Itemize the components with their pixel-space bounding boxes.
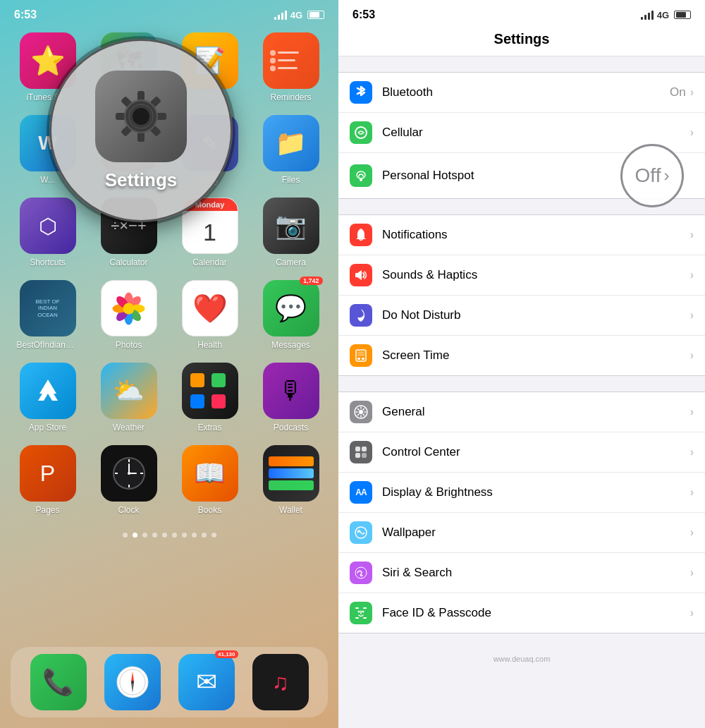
general-label: General <box>382 405 690 419</box>
calendar-label: Calendar <box>192 257 227 267</box>
hotspot-icon <box>350 164 372 187</box>
status-bar-left: 6:53 4G <box>0 0 338 25</box>
app-reminders[interactable]: Reminders <box>254 32 328 102</box>
row-hotspot[interactable]: Personal Hotspot Off › <box>338 153 705 198</box>
dot-5 <box>172 533 177 538</box>
app-podcasts[interactable]: 🎙 Podcasts <box>254 363 328 432</box>
sounds-chevron: › <box>690 269 694 281</box>
weather-icon: ⛅ <box>101 363 157 419</box>
svg-rect-51 <box>355 607 359 609</box>
svg-point-25 <box>133 108 149 125</box>
wallet-label: Wallet <box>279 505 302 515</box>
dock-mail[interactable]: ✉ 41,130 <box>178 654 235 710</box>
page-dots <box>0 522 338 545</box>
shortcuts-icon: ⬡ <box>20 198 76 254</box>
app-wallet[interactable]: Wallet <box>254 445 328 515</box>
page-title: Settings <box>494 31 550 47</box>
svg-point-55 <box>358 611 360 613</box>
svg-point-36 <box>355 127 367 138</box>
svg-rect-26 <box>137 91 145 101</box>
wallpaper-chevron: › <box>690 526 694 539</box>
sounds-icon <box>350 264 372 286</box>
app-camera[interactable]: 📷 Camera <box>254 198 328 267</box>
extras-label: Extras <box>197 423 221 432</box>
app-pages[interactable]: P Pages <box>11 445 85 515</box>
row-wallpaper[interactable]: Wallpaper › <box>338 513 705 553</box>
settings-screen: 6:53 4G Settings <box>338 0 705 728</box>
section-general: General › Control Center › AA <box>338 392 705 633</box>
row-notifications[interactable]: Notifications › <box>338 215 705 255</box>
siri-label: Siri & Search <box>382 566 690 580</box>
dock-music[interactable]: ♫ <box>252 654 309 710</box>
app-messages[interactable]: 💬 1,742 Messages <box>254 280 328 350</box>
svg-point-49 <box>357 530 360 533</box>
messages-label: Messages <box>271 340 310 350</box>
battery-icon-right <box>674 11 691 19</box>
health-label: Health <box>197 340 222 350</box>
cellular-label: Cellular <box>382 126 690 140</box>
dock-phone[interactable]: 📞 <box>30 654 87 710</box>
notifications-chevron: › <box>690 229 694 241</box>
row-faceid[interactable]: Face ID & Passcode › <box>338 593 705 633</box>
app-appstore[interactable]: App Store <box>11 363 85 432</box>
display-icon: AA <box>350 481 372 504</box>
controlcenter-label: Control Center <box>382 445 690 459</box>
bluetooth-icon <box>350 81 372 104</box>
app-clock[interactable]: Clock <box>92 445 166 515</box>
dock-safari[interactable] <box>104 654 161 710</box>
clock-label: Clock <box>118 505 139 515</box>
svg-point-56 <box>362 611 364 613</box>
row-general[interactable]: General › <box>338 392 705 432</box>
dot-8 <box>202 533 207 538</box>
status-icons-right: 4G <box>641 10 691 20</box>
row-siri[interactable]: Siri & Search › <box>338 553 705 593</box>
cellular-icon <box>350 121 372 144</box>
svg-point-10 <box>123 303 135 314</box>
music-icon: ♫ <box>252 654 309 710</box>
controlcenter-chevron: › <box>690 446 694 459</box>
dot-4 <box>162 533 167 538</box>
display-chevron: › <box>690 486 694 499</box>
dot-0 <box>123 533 128 538</box>
app-weather[interactable]: ⛅ Weather <box>92 363 166 432</box>
svg-rect-39 <box>357 351 364 356</box>
bluetooth-value: On <box>670 85 686 99</box>
app-extras[interactable]: Extras <box>173 363 247 432</box>
hotspot-off-circle: Off › <box>620 144 684 207</box>
photos-label: Photos <box>116 340 142 350</box>
app-health[interactable]: ❤️ Health <box>173 280 247 350</box>
phone-icon: 📞 <box>30 654 87 710</box>
status-bar-right: 6:53 4G <box>338 0 705 25</box>
app-bestof[interactable]: BEST OFINDIANOCEAN BestOfIndianO... <box>11 280 85 350</box>
dot-2 <box>142 533 147 538</box>
row-screentime[interactable]: Screen Time › <box>338 336 705 375</box>
weather-label: Weather <box>113 423 145 432</box>
extras-icon <box>182 363 238 419</box>
svg-rect-54 <box>363 617 367 619</box>
svg-point-23 <box>131 681 134 684</box>
appstore-label: App Store <box>29 423 66 432</box>
row-display[interactable]: AA Display & Brightness › <box>338 473 705 513</box>
dock: 📞 ✉ 41,130 ♫ <box>11 647 328 717</box>
row-bluetooth[interactable]: Bluetooth On › <box>338 73 705 113</box>
general-chevron: › <box>690 406 694 418</box>
svg-rect-30 <box>137 132 145 142</box>
camera-icon: 📷 <box>263 198 319 254</box>
pages-label: Pages <box>35 505 59 515</box>
home-screen: 6:53 4G ⭐ iTunes St... 🗺 Maps <box>0 0 338 728</box>
hotspot-value: Off <box>635 164 661 187</box>
mail-icon: ✉ 41,130 <box>178 654 235 710</box>
app-photos[interactable]: Photos <box>92 280 166 350</box>
app-books[interactable]: 📖 Books <box>173 445 247 515</box>
app-shortcuts[interactable]: ⬡ Shortcuts <box>11 198 85 267</box>
row-controlcenter[interactable]: Control Center › <box>338 432 705 473</box>
battery-icon-left <box>307 11 324 19</box>
files-label: Files <box>282 175 300 185</box>
podcasts-label: Podcasts <box>274 423 308 432</box>
row-sounds[interactable]: Sounds & Haptics › <box>338 255 705 296</box>
app-files[interactable]: 📁 Files <box>254 115 328 185</box>
bluetooth-chevron: › <box>690 86 694 99</box>
photos-icon <box>101 280 157 336</box>
faceid-chevron: › <box>690 607 694 619</box>
row-donotdisturb[interactable]: Do Not Disturb › <box>338 296 705 336</box>
